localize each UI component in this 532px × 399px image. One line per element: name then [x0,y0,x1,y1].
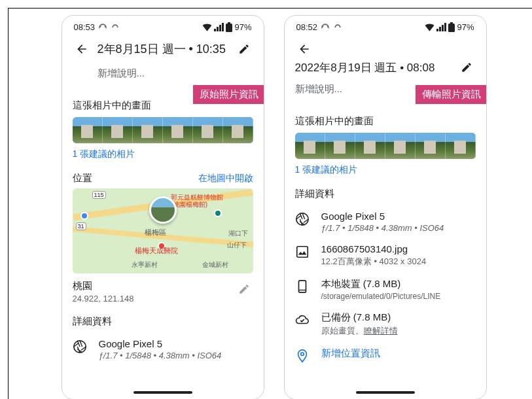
device-name: Google Pixel 5 [99,338,222,349]
strip-title: 這張相片中的畫面 [295,115,476,128]
svg-rect-1 [228,22,230,24]
map-pin-teal [214,209,222,217]
location-pin-icon [295,349,310,363]
device-icon [295,279,310,294]
map-route-31: 31 [76,222,86,230]
svg-point-9 [300,353,304,356]
image-icon [295,245,310,259]
map-poi-5: 山仔下 [227,241,247,250]
map-poi-7: 金城新村 [202,260,228,269]
add-location-row[interactable]: 新增位置資訊 [295,347,476,363]
pencil-icon [238,43,250,55]
signal-icon [214,23,224,31]
location-map[interactable]: 115 31 郭元益糕餅博物館 (桃園楊梅館) 楊梅區 楊梅天成醫院 湖口下 山… [73,188,253,273]
detail-storage: 本地裝置 (7.8 MB) /storage/emulated/0/Pictur… [295,278,476,301]
arrow-left-icon [75,43,88,56]
suggested-photos-link[interactable]: 1 張建議的相片 [73,148,253,160]
svg-rect-7 [298,281,306,292]
map-poi-hospital: 楊梅天成醫院 [135,246,178,256]
detail-device: Google Pixel 5 ƒ/1.7 • 1/5848 • 4.38mm •… [295,211,476,233]
device-meta: ƒ/1.7 • 1/5848 • 4.38mm • ISO64 [321,223,444,233]
photo-strip[interactable] [73,117,253,143]
cast-icon [333,23,342,32]
svg-rect-6 [296,247,308,258]
back-button[interactable] [73,40,91,58]
location-place: 桃園 [73,280,134,292]
cast-icon [111,23,120,32]
details-title: 詳細資料 [73,315,253,328]
map-poi-6: 永寧新村 [132,260,158,269]
photo-strip[interactable] [295,133,476,159]
detail-backup: 已備份 (7.8 MB) 原始畫質。瞭解詳情 [295,311,476,337]
status-bar: 08:53 97% [62,16,264,35]
edit-datetime-button[interactable] [235,40,253,58]
open-in-maps-link[interactable]: 在地圖中開啟 [198,173,253,184]
map-poi-district: 楊梅區 [145,228,166,237]
edit-datetime-button[interactable] [457,58,476,77]
wifi-icon [202,24,212,31]
map-poi-4: 湖口下 [228,229,248,238]
nav-bar[interactable] [285,386,486,399]
file-meta: 12.2百萬像素 • 4032 x 3024 [321,256,427,268]
map-pin-blue [80,212,88,220]
battery-percent: 97% [234,22,251,32]
cloud-check-icon [295,313,310,327]
phone-transferred: 08:52 97% 2022年8月19日 週五 • 08:08 [284,15,487,399]
battery-percent: 97% [457,22,474,32]
arrow-left-icon [298,43,311,56]
back-button[interactable] [295,40,313,58]
status-time: 08:52 [296,22,318,32]
cloud-sync-icon [98,23,107,32]
battery-icon [448,22,455,32]
storage-name: 本地裝置 (7.8 MB) [321,278,441,290]
detail-file: 1660867503140.jpg 12.2百萬像素 • 4032 x 3024 [295,243,476,268]
pencil-icon [461,61,472,73]
location-title: 位置 [73,172,92,184]
pencil-icon [238,283,250,295]
badge-transferred: 傳輸照片資訊 [416,85,486,104]
storage-path: /storage/emulated/0/Pictures/LINE [321,292,441,301]
svg-rect-0 [226,24,232,32]
details-title: 詳細資料 [295,188,476,200]
map-photo-pin [149,196,177,224]
suggested-photos-link[interactable]: 1 張建議的相片 [295,164,476,176]
location-coords: 24.922, 121.148 [73,294,134,304]
map-route-115: 115 [92,191,106,199]
backup-name: 已備份 (7.8 MB) [321,311,398,324]
battery-icon [226,22,232,32]
device-meta: ƒ/1.7 • 1/5848 • 4.38mm • ISO64 [99,351,222,360]
map-poi-museum: 郭元益糕餅博物館 (桃園楊梅館) [171,194,223,208]
device-name: Google Pixel 5 [321,211,444,222]
learn-more-link[interactable]: 瞭解詳情 [364,326,398,336]
aperture-icon [73,339,87,354]
wifi-icon [425,24,434,31]
file-name: 1660867503140.jpg [321,243,427,254]
status-time: 08:53 [74,22,96,32]
detail-device: Google Pixel 5 ƒ/1.7 • 1/5848 • 4.38mm •… [73,338,253,360]
add-location-text: 新增位置資訊 [321,347,380,360]
cloud-sync-icon [321,23,330,32]
description-field[interactable]: 新增說明... [73,61,253,88]
aperture-icon [295,212,310,226]
svg-rect-3 [448,24,455,32]
photo-datetime: 2年8月15日 週一 • 10:35 [98,41,228,57]
edit-location-button[interactable] [235,280,253,298]
signal-icon [436,23,446,31]
svg-rect-4 [450,22,453,24]
backup-meta: 原始畫質。瞭解詳情 [321,325,398,337]
nav-bar[interactable] [62,386,264,399]
phone-original: 08:53 97% 2年8月15日 週一 • 10:35 [62,15,264,399]
badge-original: 原始照片資訊 [193,85,264,104]
status-bar: 08:52 97% [285,16,486,35]
photo-datetime: 2022年8月19日 週五 • 08:08 [295,60,451,75]
